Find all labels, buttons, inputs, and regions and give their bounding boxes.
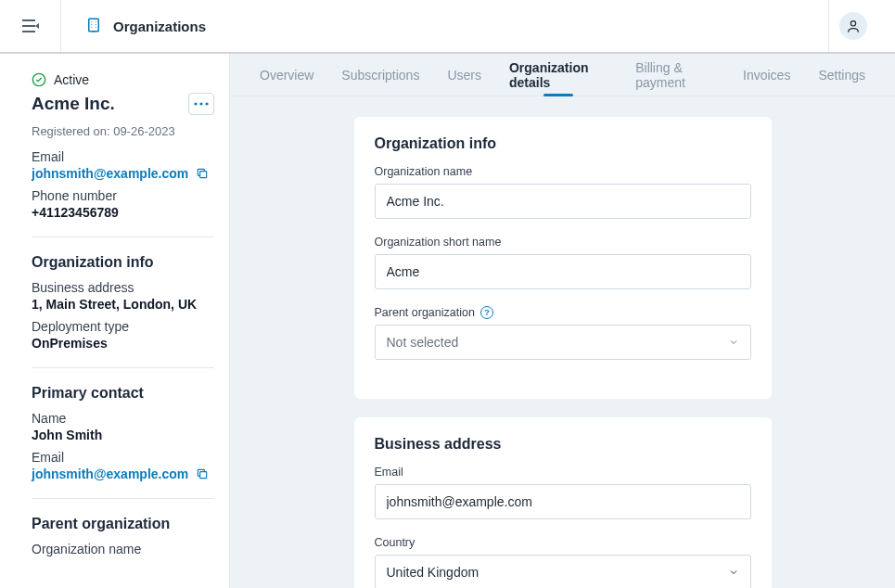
divider — [32, 367, 214, 368]
svg-point-14 — [194, 102, 197, 105]
main-panel: OverviewSubscriptionsUsersOrganization d… — [230, 54, 895, 588]
org-info-card: Organization info Organization name Orga… — [354, 117, 772, 399]
pc-email-link[interactable]: johnsmith@example.com — [32, 467, 188, 481]
hamburger-icon — [22, 19, 39, 32]
check-circle-icon — [32, 72, 46, 87]
chevron-down-icon — [728, 337, 739, 348]
svg-point-12 — [850, 21, 855, 26]
ba-email-input[interactable] — [375, 484, 751, 519]
svg-rect-17 — [200, 172, 207, 178]
svg-point-16 — [205, 102, 208, 105]
parent-org-select[interactable]: Not selected — [375, 325, 751, 360]
org-short-label: Organization short name — [375, 236, 751, 249]
email-link[interactable]: johnsmith@example.com — [32, 166, 188, 181]
svg-rect-18 — [200, 472, 207, 479]
divider — [32, 236, 214, 237]
business-address-card: Business address Email Country United Ki… — [354, 417, 772, 588]
org-name: Acme Inc. — [32, 94, 115, 114]
sidebar-toggle[interactable] — [0, 0, 61, 52]
chevron-down-icon — [728, 567, 739, 578]
country-select[interactable]: United Kingdom — [375, 555, 751, 588]
biz-addr-label: Business address — [32, 280, 214, 295]
tab-invoices[interactable]: Invoices — [743, 54, 790, 96]
primary-contact-heading: Primary contact — [32, 385, 214, 402]
ba-country-label: Country — [375, 536, 751, 549]
details-sidebar: Active Acme Inc. Registered on: 09-26-20… — [0, 54, 230, 588]
divider — [32, 498, 214, 499]
tab-overview[interactable]: Overview — [260, 54, 313, 96]
parent-org-name-label: Organization name — [32, 542, 214, 556]
registered-date: Registered on: 09-26-2023 — [32, 124, 214, 138]
tab-organization-details[interactable]: Organization details — [509, 54, 607, 96]
parent-org-value: Not selected — [387, 335, 459, 350]
deploy-label: Deployment type — [32, 319, 214, 334]
phone-label: Phone number — [32, 188, 214, 203]
email-label: Email — [32, 149, 214, 164]
card-heading: Organization info — [375, 135, 751, 152]
svg-rect-4 — [89, 19, 99, 32]
user-avatar[interactable] — [839, 12, 867, 40]
copy-icon[interactable] — [196, 167, 209, 180]
content-area: Organization info Organization name Orga… — [230, 96, 895, 588]
biz-addr-value: 1, Main Street, London, UK — [32, 297, 214, 312]
org-info-heading: Organization info — [32, 254, 214, 271]
org-name-input[interactable] — [375, 184, 751, 219]
tab-settings[interactable]: Settings — [818, 54, 865, 96]
pc-name-value: John Smith — [32, 428, 214, 442]
deploy-value: OnPremises — [32, 336, 214, 351]
tab-billing-payment[interactable]: Billing & payment — [635, 54, 715, 96]
building-icon — [85, 17, 102, 36]
svg-point-15 — [199, 102, 202, 105]
tab-users[interactable]: Users — [447, 54, 481, 96]
pc-email-label: Email — [32, 450, 214, 465]
phone-value: +41123456789 — [32, 205, 214, 220]
parent-org-heading: Parent organization — [32, 516, 214, 532]
parent-org-label: Parent organization — [375, 306, 475, 319]
tabs: OverviewSubscriptionsUsersOrganization d… — [230, 54, 895, 96]
topbar: Organizations — [0, 0, 895, 54]
status-badge: Active — [54, 72, 89, 87]
org-short-input[interactable] — [375, 254, 751, 289]
dots-icon — [194, 102, 209, 106]
country-value: United Kingdom — [387, 565, 479, 580]
card-heading: Business address — [375, 436, 751, 453]
pc-name-label: Name — [32, 411, 214, 426]
more-actions-button[interactable] — [188, 93, 214, 115]
tab-subscriptions[interactable]: Subscriptions — [341, 54, 419, 96]
org-name-label: Organization name — [375, 165, 751, 178]
copy-icon[interactable] — [196, 467, 209, 480]
person-icon — [846, 19, 861, 33]
help-icon[interactable]: ? — [480, 306, 493, 319]
page-title: Organizations — [113, 19, 206, 34]
ba-email-label: Email — [375, 466, 751, 479]
svg-marker-3 — [35, 23, 39, 29]
